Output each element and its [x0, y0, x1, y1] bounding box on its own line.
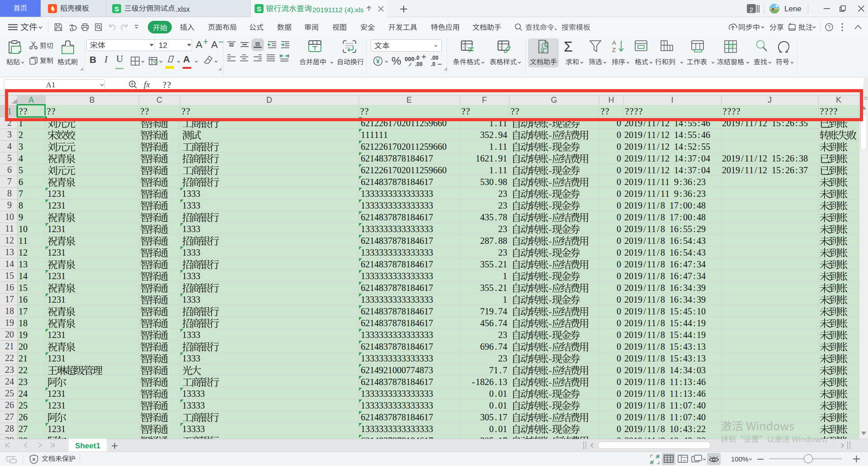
svg-text:S: S: [114, 5, 119, 13]
svg-text:?: ?: [828, 24, 830, 30]
svg-text:S: S: [257, 5, 261, 13]
svg-text:Z: Z: [612, 47, 616, 53]
svg-text:A: A: [612, 39, 616, 46]
